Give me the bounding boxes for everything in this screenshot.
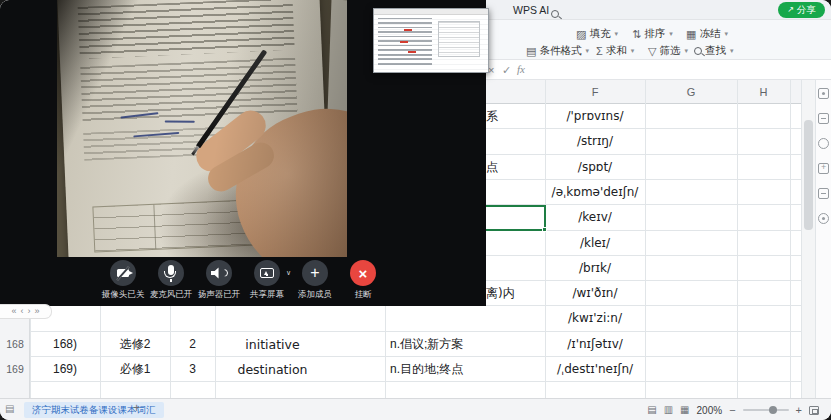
table-row: 169 169) 必修1 3 destination n.目的地;终点 /ˌde… [0,357,801,382]
first-page-icon[interactable]: « [11,305,16,318]
phonetic-cell[interactable]: /kwɪ'zi:n/ [545,306,645,331]
ribbon-sort-button[interactable]: ⇅ 排序 [632,26,673,42]
ribbon-freeze-button[interactable]: ▦ 冻结 [686,26,728,42]
screen-share-preview-window[interactable] [373,8,489,73]
preview-table [438,21,480,57]
hang-up-button[interactable]: 挂断 [340,260,386,301]
column-header-h[interactable]: H [737,80,790,104]
ribbon-find-button[interactable]: 查找 [694,43,734,59]
sidebar-icon-1[interactable] [818,88,829,99]
hand-with-pen [177,70,347,257]
sidebar-icon-2[interactable] [818,113,829,124]
index-cell[interactable]: 168) [30,332,100,357]
fx-icon[interactable]: fx [517,62,525,76]
phonetic-cell[interactable]: /brɪk/ [545,256,645,281]
word-cell[interactable]: initiative [215,332,330,357]
definition-fragment-cell[interactable]: 点 [486,155,544,180]
microphone-icon [158,260,184,286]
paper-edge [323,0,347,257]
ribbon-conditional-format-button[interactable]: ▤ 条件格式 [526,43,589,59]
vertical-scrollbar[interactable] [801,80,815,398]
zoom-slider-knob[interactable] [769,406,777,414]
book-cell[interactable]: 必修1 [100,357,170,382]
phonetic-cell[interactable]: /spɒt/ [545,155,645,180]
share-button-label: 分享 [797,2,816,18]
freeze-icon: ▦ [686,29,696,40]
phonetic-cell[interactable]: /keɪv/ [545,205,645,230]
book-cell[interactable]: 选修2 [100,332,170,357]
phonetic-cell[interactable]: /strɪŋ/ [545,129,645,154]
share-icon: ↗ [787,2,794,18]
status-cluster: ▤ ▥ ▦ 200% − + [647,401,819,419]
normal-view-icon[interactable]: ▤ [647,404,656,416]
printed-text-block [80,58,297,125]
add-member-button[interactable]: 添加成员 [292,260,338,301]
mic-stem-glyph [170,279,172,282]
phonetic-cell[interactable]: /ˌdestɪ'neɪʃn/ [545,357,645,382]
page-layout-view-icon[interactable]: ▥ [664,404,673,416]
word-cell[interactable]: destination [215,357,330,382]
zoom-out-button[interactable]: − [729,404,735,416]
ribbon-sum-label: 求和 [606,44,627,58]
ribbon-sum-button[interactable]: Σ 求和 [596,43,634,59]
phonetic-cell[interactable]: /əˌkɒmə'deɪʃn/ [545,180,645,205]
share-screen-button[interactable]: ∨ 共享屏幕 [244,260,290,301]
camera-toggle-button[interactable]: 摄像头已关 [100,260,146,301]
ribbon-fill-button[interactable]: ▨ 填充 [576,26,618,42]
sum-icon: Σ [596,46,603,57]
add-sheet-button[interactable]: + [133,401,140,415]
column-header-f[interactable]: F [545,80,645,104]
index-cell[interactable]: 169) [30,357,100,382]
speaker-label: 扬声器已开 [198,289,241,301]
unit-cell[interactable]: 2 [170,332,215,357]
microphone-toggle-button[interactable]: 麦克风已开 [148,260,194,301]
chevron-down-icon[interactable]: ∨ [286,269,291,277]
column-header-g[interactable]: G [645,80,737,104]
definition-cell[interactable]: n.目的地;终点 [385,357,545,382]
zoom-in-button[interactable]: + [796,404,802,416]
row-number[interactable]: 169 [0,357,30,382]
hang-up-icon [350,260,376,286]
phonetic-cell[interactable]: /'prɒvɪns/ [545,104,645,129]
mic-arc-glyph [164,271,176,278]
phonetic-cell[interactable]: /kleɪ/ [545,231,645,256]
sidebar-icon-6[interactable] [818,213,829,224]
sidebar-icon-4[interactable] [818,163,829,174]
phonetic-cell[interactable]: /wɪ'ðɪn/ [545,281,645,306]
prev-page-icon[interactable]: ‹ [21,305,24,318]
ribbon-filter-button[interactable]: ▽ 筛选 [648,43,688,59]
sheet-tab[interactable]: 济宁期末试卷备课设课本词汇 [24,402,164,418]
last-page-icon[interactable]: » [35,305,40,318]
confirm-entry-icon[interactable]: ✓ [502,63,511,77]
add-member-label: 添加成员 [298,289,332,301]
page-break-view-icon[interactable]: ▦ [680,404,689,416]
definition-cell[interactable]: n.倡议;新方案 [385,332,545,357]
right-sidebar [815,80,831,398]
share-button[interactable]: ↗ 分享 [778,2,825,18]
row-number[interactable]: 168 [0,332,30,357]
ribbon-find-label: 查找 [705,44,726,58]
unit-cell[interactable]: 3 [170,357,215,382]
screen-glyph [260,268,274,278]
sheet-list-icon[interactable]: ▤ [5,403,14,415]
sidebar-icon-3[interactable] [818,138,829,149]
camera-video-tile [57,0,347,257]
phonetic-cell[interactable]: /ɪ'nɪʃətɪv/ [545,332,645,357]
filter-icon: ▽ [648,46,656,57]
fullscreen-icon[interactable] [809,406,819,415]
sidebar-icon-5[interactable] [818,188,829,199]
scrollbar-thumb[interactable] [804,120,813,230]
definition-fragment-cell[interactable]: 离)内 [486,281,544,306]
finger [203,138,278,197]
bottom-bar: ▤ 济宁期末试卷备课设课本词汇 + ▤ ▥ ▦ 200% − + [0,398,831,420]
camera-label: 摄像头已关 [102,289,145,301]
speaker-arc-glyph [220,269,228,277]
speaker-toggle-button[interactable]: 扬声器已开 [196,260,242,301]
next-page-icon[interactable]: › [28,305,31,318]
preview-red-mark [400,41,408,43]
zoom-slider[interactable] [743,409,789,411]
tab-wps-ai[interactable]: WPS AI [513,3,549,17]
definition-fragment-cell[interactable]: 系 [486,104,544,129]
ribbon-fill-label: 填充 [589,27,610,41]
handwriting-ink [165,120,195,122]
